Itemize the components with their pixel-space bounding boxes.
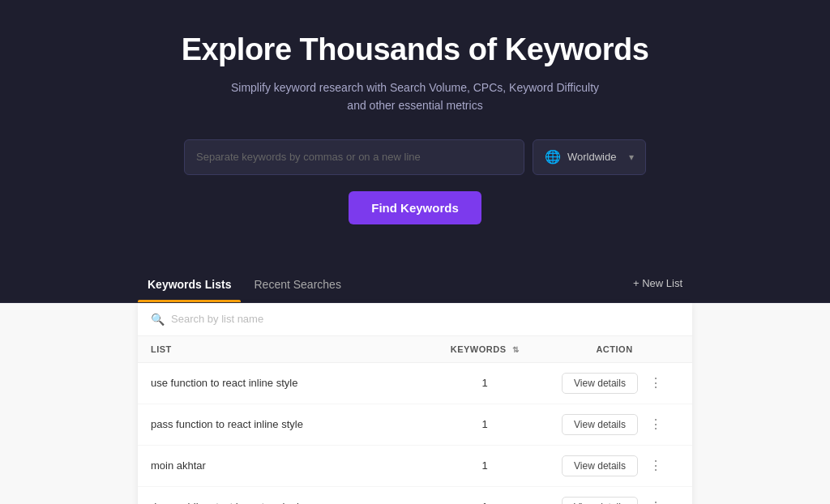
more-options-button[interactable]: ⋮ — [644, 456, 667, 475]
view-details-button[interactable]: View details — [562, 373, 638, 394]
list-search-input[interactable] — [171, 313, 679, 325]
table-rows-container: use function to react inline style 1 Vie… — [138, 363, 692, 504]
view-details-button[interactable]: View details — [562, 414, 638, 435]
row-actions: View details ⋮ — [550, 373, 679, 394]
content-section: Keywords Lists Recent Searches + New Lis… — [0, 265, 830, 504]
row-actions: View details ⋮ — [550, 414, 679, 435]
tab-keywords-lists[interactable]: Keywords Lists — [138, 265, 241, 302]
tabs-left: Keywords Lists Recent Searches — [138, 265, 351, 302]
row-keywords: 1 — [420, 418, 550, 430]
row-keywords: 1 — [420, 501, 550, 504]
sort-arrows-icon: ⇅ — [510, 345, 520, 354]
location-dropdown[interactable]: 🌐 Worldwide ▾ — [533, 139, 646, 175]
row-actions: View details ⋮ — [550, 455, 679, 476]
list-search-bar: 🔍 — [138, 303, 692, 336]
table-row: pass function to react inline style 1 Vi… — [138, 404, 692, 446]
tabs-bar: Keywords Lists Recent Searches + New Lis… — [0, 265, 830, 303]
row-name: use function to react inline style — [151, 377, 420, 389]
chevron-down-icon: ▾ — [629, 152, 634, 163]
list-container: 🔍 LIST KEYWORDS ⇅ ACTION use function to… — [138, 303, 692, 504]
keyword-input[interactable] — [184, 139, 524, 175]
hero-subtitle: Simplify keyword research with Search Vo… — [220, 79, 610, 115]
tab-recent-searches[interactable]: Recent Searches — [244, 265, 350, 302]
row-keywords: 1 — [420, 459, 550, 472]
find-keywords-button[interactable]: Find Keywords — [349, 191, 481, 224]
new-list-button[interactable]: + New List — [623, 271, 692, 296]
table-row: moin akhtar 1 View details ⋮ — [138, 446, 692, 487]
table-row: use function to react inline style 1 Vie… — [138, 363, 692, 404]
hero-section: Explore Thousands of Keywords Simplify k… — [0, 0, 830, 265]
table-row: does sublime text have terminal 1 View d… — [138, 487, 692, 504]
row-keywords: 1 — [420, 377, 550, 389]
location-label: Worldwide — [567, 151, 616, 163]
row-name: moin akhtar — [151, 459, 420, 472]
col-action-header: ACTION — [550, 344, 679, 354]
more-options-button[interactable]: ⋮ — [644, 415, 667, 434]
search-row: 🌐 Worldwide ▾ — [16, 139, 814, 175]
row-actions: View details ⋮ — [550, 497, 679, 504]
globe-icon: 🌐 — [545, 149, 561, 164]
hero-title: Explore Thousands of Keywords — [16, 32, 814, 67]
search-icon: 🔍 — [151, 313, 165, 326]
col-keywords-header: KEYWORDS ⇅ — [420, 344, 550, 354]
more-options-button[interactable]: ⋮ — [644, 374, 667, 392]
table-header: LIST KEYWORDS ⇅ ACTION — [138, 336, 692, 363]
row-name: pass function to react inline style — [151, 418, 420, 430]
row-name: does sublime text have terminal — [151, 501, 420, 504]
col-list-header: LIST — [151, 344, 420, 354]
more-options-button[interactable]: ⋮ — [644, 498, 667, 504]
view-details-button[interactable]: View details — [562, 497, 638, 504]
view-details-button[interactable]: View details — [562, 455, 638, 476]
